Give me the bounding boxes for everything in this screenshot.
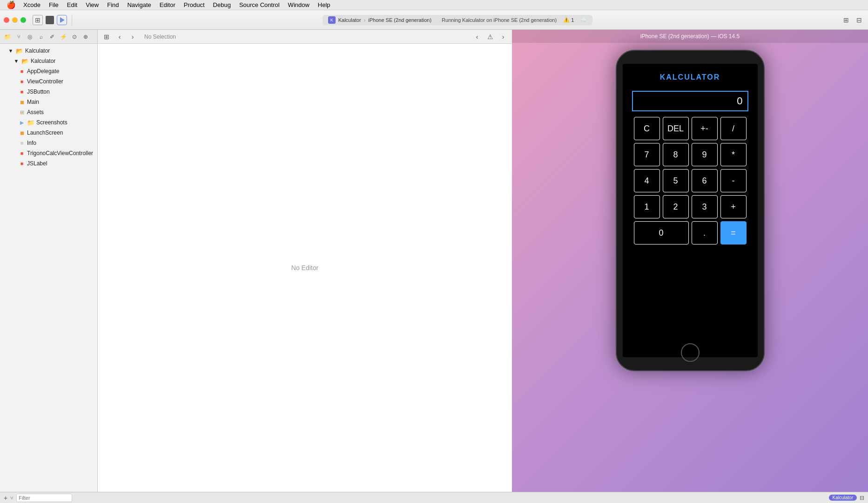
no-editor-label: No Editor bbox=[291, 264, 318, 272]
sidebar-item-launchscreen[interactable]: ◼ LaunchScreen bbox=[0, 128, 97, 138]
calc-btn-9[interactable]: 9 bbox=[692, 143, 718, 166]
content-area: 📁 ⑂ ◎ ⌕ ✐ ⚡ ⊙ ⊕ ▼ 📂 Kalculator ▼ 📂 bbox=[0, 30, 868, 492]
sidebar-item-info[interactable]: ≡ Info bbox=[0, 138, 97, 148]
stop-button[interactable] bbox=[46, 16, 54, 24]
swift-icon: ■ bbox=[19, 68, 25, 74]
sidebar-item-screenshots[interactable]: ▶ 📁 Screenshots bbox=[0, 117, 97, 128]
menu-file[interactable]: File bbox=[45, 0, 62, 9]
sidebar-item-jslabel[interactable]: ■ JSLabel bbox=[0, 158, 97, 169]
sidebar-item-appdelegate[interactable]: ■ AppDelegate bbox=[0, 66, 97, 76]
calc-btn-divide[interactable]: / bbox=[720, 117, 747, 140]
calc-row-3: 4 5 6 - bbox=[634, 169, 747, 192]
calc-btn-decimal[interactable]: . bbox=[692, 221, 718, 245]
sidebar-item-trigonocalc[interactable]: ■ TrigonoCalcViewController bbox=[0, 148, 97, 158]
calc-btn-equals[interactable]: = bbox=[720, 221, 747, 245]
menu-find[interactable]: Find bbox=[103, 0, 122, 9]
calc-btn-multiply[interactable]: * bbox=[720, 143, 747, 166]
sidebar-icon-tests[interactable]: ⚡ bbox=[59, 32, 68, 41]
calc-btn-1[interactable]: 1 bbox=[634, 195, 660, 218]
calc-btn-5[interactable]: 5 bbox=[663, 169, 689, 192]
calc-btn-add[interactable]: + bbox=[720, 195, 747, 218]
calc-btn-0[interactable]: 0 bbox=[634, 221, 689, 245]
menu-product[interactable]: Product bbox=[180, 0, 209, 9]
device-home-button[interactable] bbox=[681, 343, 700, 362]
calc-btn-c[interactable]: C bbox=[634, 117, 660, 140]
add-editor-button[interactable]: ⊞ bbox=[841, 15, 851, 25]
close-button[interactable] bbox=[4, 17, 9, 23]
editor-prev-button[interactable]: ‹ bbox=[472, 32, 482, 42]
editor-forward-button[interactable]: › bbox=[128, 32, 138, 42]
calc-btn-del[interactable]: DEL bbox=[663, 117, 689, 140]
run-button[interactable] bbox=[57, 15, 67, 25]
editor-back-button[interactable]: ‹ bbox=[114, 32, 125, 42]
kalculator-folder-label: Kalculator bbox=[31, 58, 55, 64]
editor-layout-button[interactable]: ⊞ bbox=[101, 32, 112, 42]
calc-btn-subtract[interactable]: - bbox=[720, 169, 747, 192]
plist-icon: ≡ bbox=[19, 140, 25, 146]
calc-btn-4[interactable]: 4 bbox=[634, 169, 660, 192]
launchscreen-label: LaunchScreen bbox=[27, 129, 63, 136]
sidebar-icon-debug[interactable]: ⊙ bbox=[70, 32, 79, 41]
sidebar-icon-source-control[interactable]: ⑂ bbox=[14, 32, 23, 41]
device-label: iPhone SE (2nd generation) bbox=[368, 17, 431, 23]
main-label: Main bbox=[27, 99, 39, 105]
git-icon: ⑂ bbox=[10, 495, 13, 501]
sidebar-icon-issues[interactable]: ✐ bbox=[47, 32, 57, 41]
menu-editor[interactable]: Editor bbox=[156, 0, 179, 9]
inspector-toggle-button[interactable]: ⊟ bbox=[860, 495, 864, 501]
trigonocalc-label: TrigonoCalcViewController bbox=[27, 150, 93, 156]
separator-1 bbox=[72, 14, 72, 26]
fullscreen-button[interactable] bbox=[20, 17, 26, 23]
sidebar-item-main[interactable]: ◼ Main bbox=[0, 97, 97, 107]
calc-row-4: 1 2 3 + bbox=[634, 195, 747, 218]
apple-menu[interactable]: 🍎 bbox=[4, 0, 19, 9]
sidebar-item-kalculator-root[interactable]: ▼ 📂 Kalculator bbox=[0, 46, 97, 56]
menu-debug[interactable]: Debug bbox=[209, 0, 235, 9]
minimize-button[interactable] bbox=[12, 17, 18, 23]
add-file-button[interactable]: + bbox=[4, 494, 7, 502]
appdelegate-label: AppDelegate bbox=[27, 68, 59, 75]
display-value: 0 bbox=[737, 95, 742, 107]
chevron-down-icon: ▼ bbox=[7, 48, 14, 54]
folder-icon: 📂 bbox=[16, 48, 23, 54]
calc-btn-2[interactable]: 2 bbox=[663, 195, 689, 218]
sidebar-icon-symbol[interactable]: ◎ bbox=[25, 32, 34, 41]
calc-btn-plusminus[interactable]: +- bbox=[692, 117, 718, 140]
calc-btn-8[interactable]: 8 bbox=[663, 143, 689, 166]
sidebar-toggle-button[interactable]: ⊞ bbox=[33, 15, 43, 25]
kalculator-bottom-badge: Kalculator bbox=[829, 495, 857, 501]
calc-btn-3[interactable]: 3 bbox=[692, 195, 718, 218]
launch-icon: ◼ bbox=[19, 130, 25, 136]
calc-row-1: C DEL +- / bbox=[634, 117, 747, 140]
breadcrumb-sep: › bbox=[364, 17, 366, 23]
simulator-title: iPhone SE (2nd generation) — iOS 14.5 bbox=[640, 33, 740, 40]
ide-container: ⊞ K Kalculator › iPhone SE (2nd generati… bbox=[0, 10, 868, 503]
sidebar-item-viewcontroller[interactable]: ■ ViewController bbox=[0, 76, 97, 87]
display-box: 0 bbox=[632, 91, 748, 111]
sidebar-icon-breakpoints[interactable]: ⊕ bbox=[81, 32, 90, 41]
swift-icon-5: ■ bbox=[19, 161, 25, 166]
menu-source-control[interactable]: Source Control bbox=[236, 0, 283, 9]
warning-badge: ⚠️ 1 bbox=[563, 17, 574, 23]
swift-icon-3: ■ bbox=[19, 89, 25, 95]
editor-next-button[interactable]: › bbox=[498, 32, 508, 42]
storyboard-icon: ◼ bbox=[19, 99, 25, 105]
swift-icon-4: ■ bbox=[19, 150, 25, 156]
sidebar-icon-find[interactable]: ⌕ bbox=[36, 32, 46, 41]
sidebar-item-kalculator-folder[interactable]: ▼ 📂 Kalculator bbox=[0, 56, 97, 66]
menu-navigate[interactable]: Navigate bbox=[123, 0, 155, 9]
app-icon: K bbox=[328, 16, 336, 24]
filter-input[interactable] bbox=[16, 494, 72, 502]
menu-help[interactable]: Help bbox=[314, 0, 334, 9]
menu-window[interactable]: Window bbox=[284, 0, 313, 9]
sidebar-item-jsbutton[interactable]: ■ JSButton bbox=[0, 87, 97, 97]
sidebar-item-assets[interactable]: ⊞ Assets bbox=[0, 107, 97, 117]
layout-button[interactable]: ⊟ bbox=[854, 15, 864, 25]
calc-btn-6[interactable]: 6 bbox=[692, 169, 718, 192]
calc-btn-7[interactable]: 7 bbox=[634, 143, 660, 166]
menu-view[interactable]: View bbox=[82, 0, 102, 9]
editor-warning-icon[interactable]: ⚠ bbox=[485, 32, 495, 42]
sidebar-icon-folder[interactable]: 📁 bbox=[3, 32, 12, 41]
menu-edit[interactable]: Edit bbox=[63, 0, 81, 9]
menu-xcode[interactable]: Xcode bbox=[20, 0, 44, 9]
